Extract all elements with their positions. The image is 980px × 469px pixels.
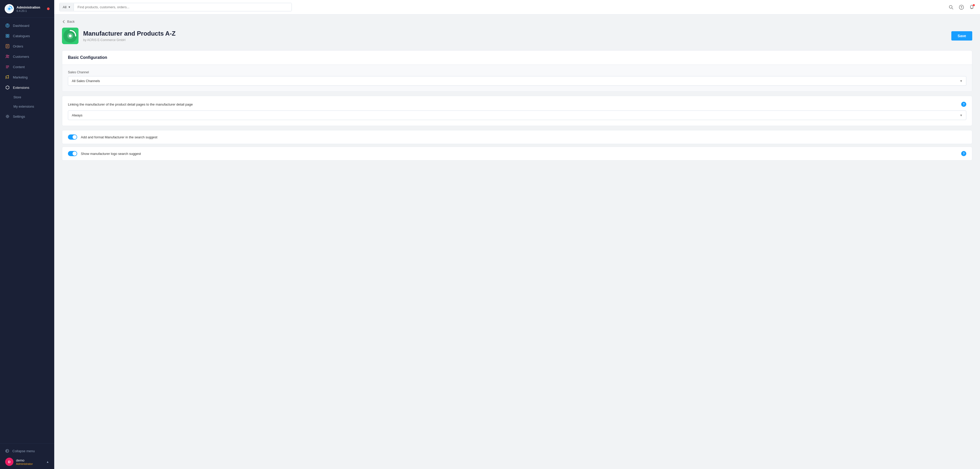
sales-channel-select[interactable]: All Sales Channels Storefront Headless bbox=[68, 76, 966, 86]
sidebar-item-my-extensions[interactable]: My extensions bbox=[0, 102, 54, 111]
sidebar-header: Administration 6.4.20.1 bbox=[0, 0, 54, 18]
sidebar-item-dashboard[interactable]: Dashboard bbox=[0, 21, 54, 31]
svg-line-27 bbox=[952, 8, 953, 9]
app-logo bbox=[5, 4, 14, 13]
svg-point-15 bbox=[8, 55, 9, 56]
store-label: Store bbox=[13, 95, 21, 99]
sidebar-item-store[interactable]: Store bbox=[0, 93, 54, 102]
user-role: Administrator bbox=[16, 462, 33, 465]
search-wrapper: All ▼ bbox=[59, 3, 292, 11]
user-chevron-icon: ▲ bbox=[46, 460, 49, 463]
svg-point-4 bbox=[7, 25, 8, 26]
linking-label-row: Linking the manufacturer of the product … bbox=[68, 102, 966, 107]
svg-text:?: ? bbox=[960, 6, 962, 9]
my-extensions-label: My extensions bbox=[13, 105, 34, 108]
extensions-icon bbox=[5, 85, 10, 90]
user-name: demo bbox=[16, 458, 33, 462]
help-icon[interactable]: ? bbox=[958, 4, 964, 10]
extensions-label: Extensions bbox=[13, 86, 29, 89]
user-info: demo Administrator bbox=[16, 458, 33, 465]
app-name: Administration bbox=[16, 5, 40, 9]
sales-channel-group: Sales Channel All Sales Channels Storefr… bbox=[68, 70, 966, 86]
orders-icon bbox=[5, 44, 10, 49]
svg-marker-19 bbox=[6, 75, 8, 78]
svg-point-22 bbox=[7, 116, 8, 117]
toggle2-label: Show manufacturer logo search suggest bbox=[81, 152, 956, 156]
toggle2[interactable] bbox=[68, 151, 77, 156]
linking-select[interactable]: Always Never Only if manufacturer has pr… bbox=[68, 110, 966, 120]
linking-section: Linking the manufacturer of the product … bbox=[62, 96, 972, 126]
search-category-dropdown[interactable]: All ▼ bbox=[60, 3, 74, 11]
back-label: Back bbox=[67, 20, 75, 24]
plugin-logo bbox=[62, 28, 78, 44]
plugin-logo-svg bbox=[63, 29, 78, 43]
sidebar-footer: Collapse menu D demo Administrator ▲ bbox=[0, 444, 54, 469]
app-version: 6.4.20.1 bbox=[16, 9, 40, 13]
user-section[interactable]: D demo Administrator ▲ bbox=[5, 455, 49, 466]
svg-point-2 bbox=[9, 8, 10, 10]
search-icon[interactable] bbox=[948, 4, 954, 10]
plugin-author: by ACRIS E-Commerce GmbH bbox=[83, 38, 176, 42]
toggle2-help-icon[interactable]: ? bbox=[961, 151, 966, 156]
content-label: Content bbox=[13, 65, 25, 69]
toggle1-label: Add and format Manufacturer in the searc… bbox=[81, 135, 966, 139]
back-link[interactable]: Back bbox=[62, 20, 972, 24]
sidebar-item-customers[interactable]: Customers bbox=[0, 51, 54, 62]
search-category-chevron-icon: ▼ bbox=[68, 6, 70, 8]
svg-point-26 bbox=[949, 5, 952, 8]
plugin-info: Manufacturer and Products A-Z by ACRIS E… bbox=[83, 30, 176, 42]
basic-config-title: Basic Configuration bbox=[62, 51, 972, 65]
sidebar-item-orders[interactable]: Orders bbox=[0, 41, 54, 51]
save-button[interactable]: Save bbox=[951, 31, 972, 41]
search-category-label: All bbox=[63, 5, 66, 9]
sidebar-nav: Dashboard Catalogues bbox=[0, 18, 54, 444]
settings-label: Settings bbox=[13, 114, 25, 118]
linking-help-icon[interactable]: ? bbox=[961, 102, 966, 107]
svg-marker-21 bbox=[6, 86, 9, 89]
svg-rect-7 bbox=[8, 34, 9, 36]
notification-icon[interactable] bbox=[969, 4, 975, 10]
page-header: Manufacturer and Products A-Z by ACRIS E… bbox=[62, 28, 972, 44]
dashboard-label: Dashboard bbox=[13, 24, 29, 28]
search-input[interactable] bbox=[74, 3, 291, 11]
main-content: All ▼ ? bbox=[54, 0, 980, 469]
svg-rect-9 bbox=[8, 36, 9, 37]
plugin-title: Manufacturer and Products A-Z bbox=[83, 30, 176, 37]
catalogues-label: Catalogues bbox=[13, 34, 30, 38]
marketing-icon bbox=[5, 75, 10, 79]
app-info: Administration 6.4.20.1 bbox=[16, 5, 40, 13]
orders-label: Orders bbox=[13, 45, 23, 48]
svg-point-14 bbox=[6, 55, 8, 57]
sidebar-item-catalogues[interactable]: Catalogues bbox=[0, 31, 54, 41]
toggle1-row: Add and format Manufacturer in the searc… bbox=[62, 130, 972, 144]
sidebar-item-extensions[interactable]: Extensions bbox=[0, 82, 54, 93]
toggle1[interactable] bbox=[68, 135, 77, 140]
svg-rect-6 bbox=[6, 34, 7, 36]
avatar: D bbox=[5, 458, 13, 466]
collapse-label: Collapse menu bbox=[13, 449, 35, 453]
collapse-menu[interactable]: Collapse menu bbox=[5, 447, 49, 455]
svg-point-32 bbox=[69, 35, 72, 37]
topbar-actions: ? bbox=[948, 4, 975, 10]
content-icon bbox=[5, 65, 10, 69]
svg-rect-8 bbox=[6, 36, 7, 37]
sidebar-item-settings[interactable]: Settings bbox=[0, 111, 54, 122]
back-arrow-icon bbox=[62, 20, 65, 24]
topbar: All ▼ ? bbox=[54, 0, 980, 14]
linking-select-wrapper: Always Never Only if manufacturer has pr… bbox=[68, 110, 966, 120]
catalogues-icon bbox=[5, 33, 10, 38]
sidebar-item-content[interactable]: Content bbox=[0, 62, 54, 72]
basic-config-body: Sales Channel All Sales Channels Storefr… bbox=[62, 65, 972, 91]
settings-icon bbox=[5, 114, 10, 119]
page-content: Back Manufacturer and Products A-Z by AC… bbox=[54, 14, 980, 469]
linking-label: Linking the manufacturer of the product … bbox=[68, 102, 959, 107]
sales-channel-select-wrapper: All Sales Channels Storefront Headless ▼ bbox=[68, 76, 966, 86]
customers-label: Customers bbox=[13, 55, 29, 59]
customers-icon bbox=[5, 54, 10, 59]
sidebar: Administration 6.4.20.1 Dashboard bbox=[0, 0, 54, 469]
sidebar-item-marketing[interactable]: Marketing bbox=[0, 72, 54, 82]
collapse-icon bbox=[5, 449, 9, 453]
notification-badge bbox=[973, 4, 975, 6]
sales-channel-label: Sales Channel bbox=[68, 70, 966, 74]
toggle2-row: Show manufacturer logo search suggest ? bbox=[62, 146, 972, 161]
